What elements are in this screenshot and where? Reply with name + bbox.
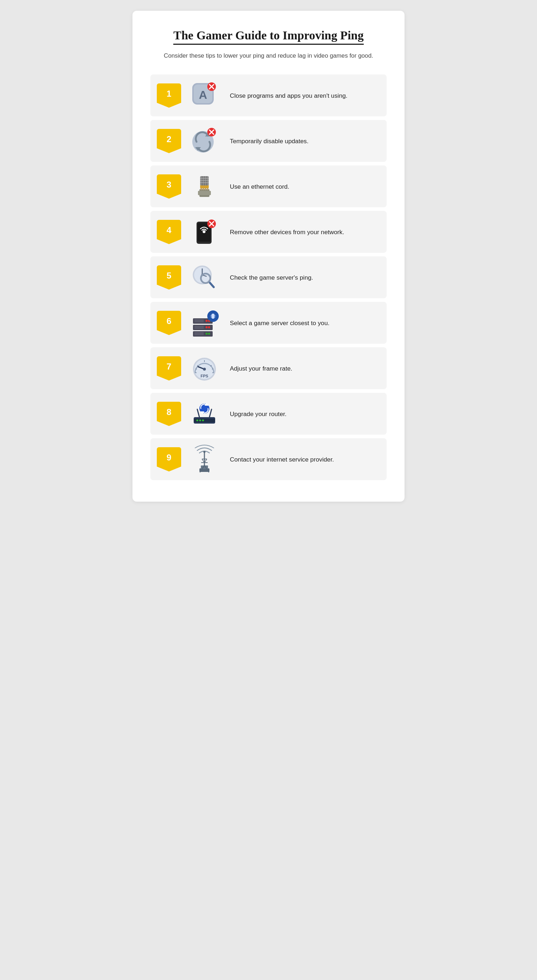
tip-row-9: 9 Contact your internet: [150, 438, 387, 480]
svg-point-45: [205, 326, 208, 328]
tip-text-8: Upgrade your router.: [230, 410, 380, 418]
tip-row-6: 6: [150, 302, 387, 344]
tip-number-4: 4: [157, 220, 181, 244]
tip-icon-app-close: A: [185, 80, 224, 111]
svg-rect-13: [198, 191, 211, 195]
svg-point-44: [208, 326, 210, 328]
tip-row-5: 5 Check the game server's ping.: [150, 256, 387, 298]
tip-icon-ethernet: [185, 171, 224, 202]
svg-point-28: [203, 230, 205, 233]
tip-icon-fps-meter: FPS: [185, 353, 224, 383]
main-card: The Gamer Guide to Improving Ping Consid…: [132, 11, 405, 502]
svg-point-78: [202, 420, 204, 422]
tip-number-2: 2: [157, 129, 181, 153]
tip-number-6: 6: [157, 311, 181, 335]
svg-line-80: [210, 409, 211, 417]
svg-point-43: [205, 320, 208, 322]
tip-number-8: 8: [157, 402, 181, 426]
tip-number-1: 1: [157, 83, 181, 108]
tip-icon-ping-check: [185, 262, 224, 293]
tip-row-8: 8 Upgrade your router.: [150, 393, 387, 435]
svg-text:A: A: [199, 88, 207, 101]
svg-point-61: [214, 315, 216, 317]
svg-text:FPS: FPS: [200, 374, 208, 378]
tip-icon-remove-devices: [185, 216, 224, 247]
page-subtitle: Consider these tips to lower your ping a…: [150, 51, 387, 60]
tip-row-4: 4 Remove other devices from your network…: [150, 211, 387, 253]
tip-icon-isp-tower: [185, 444, 224, 474]
tip-icon-game-server: [185, 307, 224, 338]
tip-number-5: 5: [157, 265, 181, 290]
tip-text-9: Contact your internet service provider.: [230, 455, 380, 464]
tip-text-3: Use an ethernet cord.: [230, 182, 380, 191]
svg-point-77: [199, 420, 201, 422]
page-title: The Gamer Guide to Improving Ping: [173, 29, 363, 45]
svg-point-60: [210, 315, 211, 317]
tip-text-1: Close programs and apps you aren't using…: [230, 91, 380, 100]
svg-point-46: [208, 332, 210, 335]
svg-line-65: [195, 369, 197, 369]
svg-rect-59: [211, 313, 214, 319]
tip-number-7: 7: [157, 356, 181, 380]
tip-number-3: 3: [157, 174, 181, 199]
tip-row-1: 1 A Close programs and apps you aren't u…: [150, 75, 387, 116]
svg-line-69: [212, 369, 213, 369]
tip-number-9: 9: [157, 447, 181, 472]
tip-text-5: Check the game server's ping.: [230, 273, 380, 282]
svg-point-47: [205, 332, 208, 335]
svg-line-37: [209, 282, 213, 287]
tip-icon-router: [185, 399, 224, 429]
tip-icon-update-disable: [185, 126, 224, 156]
svg-point-72: [203, 368, 206, 371]
svg-point-76: [196, 420, 198, 422]
tips-list: 1 A Close programs and apps you aren't u…: [150, 75, 387, 480]
page-header: The Gamer Guide to Improving Ping Consid…: [150, 29, 387, 60]
svg-point-93: [203, 451, 205, 453]
svg-line-79: [197, 409, 199, 417]
tip-text-6: Select a game server closest to you.: [230, 319, 380, 327]
tip-row-7: 7 FPS Adjust your frame rate.: [150, 347, 387, 389]
tip-text-4: Remove other devices from your network.: [230, 228, 380, 236]
tip-row-2: 2 Temporarily disable updates.: [150, 120, 387, 162]
tip-text-7: Adjust your frame rate.: [230, 364, 380, 373]
tip-text-2: Temporarily disable updates.: [230, 137, 380, 145]
tip-row-3: 3 Use an ethernet cord.: [150, 165, 387, 207]
